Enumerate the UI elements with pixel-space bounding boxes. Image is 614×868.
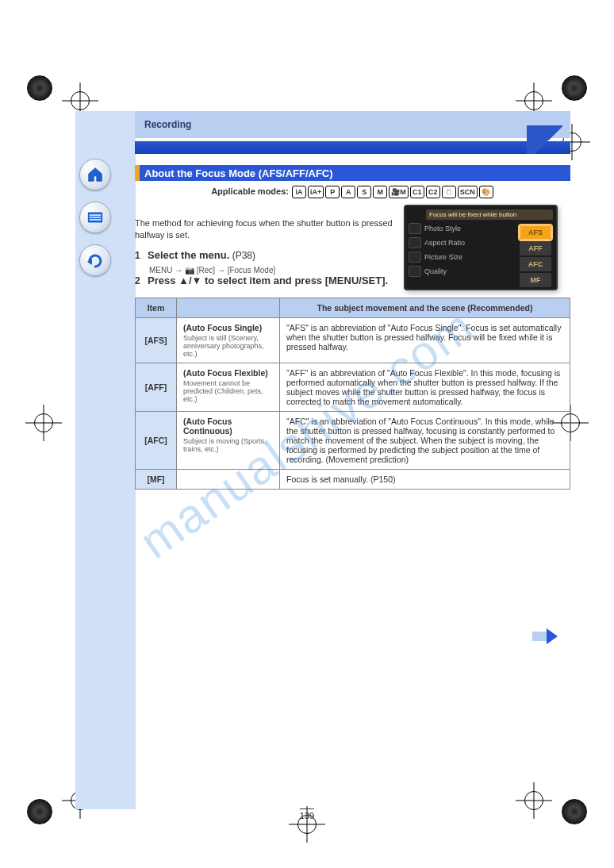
step: 1Select the menu. (P38) [135,249,396,261]
menu-nav-button[interactable] [79,202,111,233]
blue-divider-bar [135,141,570,154]
th-blank [177,298,280,317]
quality-icon [409,266,421,277]
sub-cell: (Auto Focus Flexible)Movement cannot be … [177,363,280,411]
table-row: [AFF](Auto Focus Flexible)Movement canno… [136,363,570,411]
back-nav-button[interactable] [79,244,111,276]
mode-cell: [MF] [136,469,177,489]
applicable-modes-row: Applicable modes: iAiA+PASM🎥MC1C2□SCN🎨 [135,186,570,198]
mode-icon: C1 [410,186,424,198]
thumb-banner: Focus will be fixed while button [426,209,553,220]
continue-arrow-icon [547,628,558,644]
mode-icon: SCN [458,186,478,198]
thumb-option: MF [520,273,551,287]
aspect-ratio-icon [409,237,421,248]
table-row: [AFS](Auto Focus Single)Subject is still… [136,317,570,363]
focus-mode-table: Item The subject movement and the scene … [135,298,570,490]
mode-icon: 🎨 [479,186,493,198]
sub-cell [177,469,280,489]
camera-screen-thumbnail: Focus will be fixed while button Photo S… [404,205,558,290]
th-desc: The subject movement and the scene (Reco… [280,298,570,317]
svg-rect-2 [90,217,102,217]
mode-icon: A [341,186,355,198]
sub-cell: (Auto Focus Single)Subject is still (Sce… [177,317,280,363]
mode-cell: [AFS] [136,317,177,363]
svg-rect-3 [90,219,102,220]
desc-cell: Focus is set manually. (P150) [280,469,570,489]
applicable-modes-label: Applicable modes: [211,186,289,196]
mode-cell: [AFF] [136,363,177,411]
mode-icon: 🎥M [389,186,409,198]
mode-cell: [AFC] [136,411,177,469]
mode-icon: M [373,186,387,198]
thumb-option: AFF [520,241,551,255]
table-row: [AFC](Auto Focus Continuous)Subject is m… [136,411,570,469]
desc-cell: "AFF" is an abbreviation of "Auto Focus … [280,363,570,411]
mode-icon: P [325,186,340,198]
table-row: [MF]Focus is set manually. (P150) [136,469,570,489]
th-item: Item [136,298,177,317]
step-menu-path: MENU → 📷 [Rec] → [Focus Mode] [149,266,396,275]
mode-icon: C2 [426,186,440,198]
section-title: About the Focus Mode (AFS/AFF/AFC) [135,165,570,181]
home-nav-button[interactable] [79,159,111,190]
picture-size-icon [409,252,421,263]
mode-icon-strip: iAiA+PASM🎥MC1C2□SCN🎨 [291,187,494,196]
mode-icon: S [357,186,371,198]
svg-rect-1 [90,214,102,215]
desc-cell: "AFC" is an abbreviation of "Auto Focus … [280,411,570,469]
thumb-option: AFC [520,257,551,271]
mode-icon: □ [442,186,456,198]
thumb-option: AFS [520,225,551,240]
sub-cell: (Auto Focus Continuous)Subject is moving… [177,411,280,469]
photo-style-icon [409,223,421,234]
mode-icon: iA [292,186,306,198]
step: 2Press ▲/▼ to select item and press [MEN… [135,275,396,286]
mode-icon: iA+ [308,186,324,198]
desc-cell: "AFS" is an abbreviation of "Auto Focus … [280,317,570,363]
page-category-band: Recording [135,111,570,138]
